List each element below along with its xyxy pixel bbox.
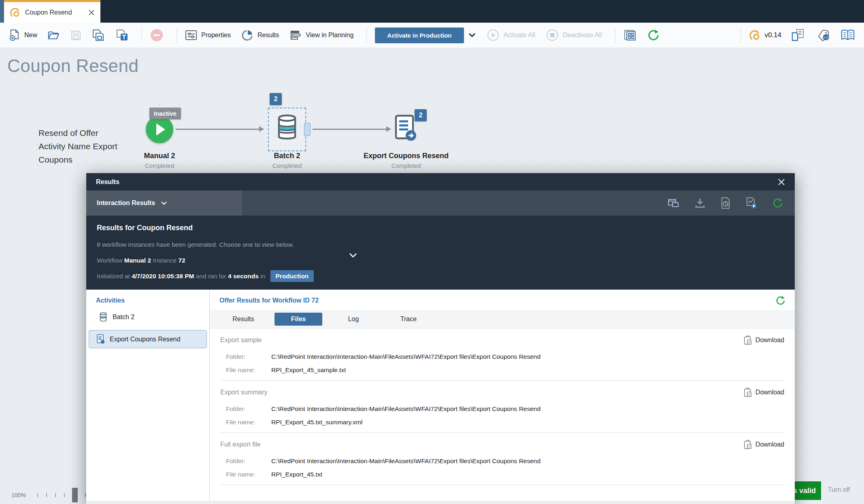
turn-off-link[interactable]: Turn off bbox=[828, 486, 850, 493]
node-label-export-coupons-resend: Export Coupons Resend Completed bbox=[353, 152, 459, 169]
activate-options-chevron[interactable] bbox=[468, 32, 476, 38]
folder-label: Folder: bbox=[226, 457, 271, 465]
activate-in-production-button[interactable]: Activate in Production bbox=[375, 28, 464, 43]
connector-arrow bbox=[313, 129, 390, 130]
activity-item-export-coupons-resend[interactable]: Export Coupons Resend bbox=[89, 330, 207, 348]
tab-log[interactable]: Log bbox=[330, 313, 377, 326]
window-grid-icon bbox=[624, 29, 636, 41]
workflow-annotation: Resend of Offer Activity Name Export Cou… bbox=[38, 126, 117, 166]
app-logo-icon bbox=[10, 7, 20, 18]
activities-panel: Activities Batch 2 Export Coupons Resend bbox=[86, 290, 210, 504]
results-type-bar: Interaction Results bbox=[86, 191, 795, 216]
in-label: in bbox=[260, 273, 265, 280]
initialized-line: Initialized at 4/7/2020 10:05:38 PM and … bbox=[97, 273, 784, 280]
node-output-port[interactable] bbox=[304, 123, 311, 136]
documentation-button[interactable] bbox=[841, 29, 855, 41]
results-tabs: Results Files Log Trace bbox=[210, 310, 795, 328]
tab-title: Coupon Resend bbox=[25, 9, 83, 16]
svg-text:</>: </> bbox=[824, 36, 828, 39]
node-batch-2[interactable] bbox=[268, 108, 306, 151]
results-label: Results bbox=[257, 32, 279, 39]
ran-value: 4 seconds bbox=[228, 273, 259, 280]
node-name: Export Coupons Resend bbox=[353, 152, 459, 160]
annotation-line: Resend of Offer bbox=[38, 126, 117, 140]
book-icon bbox=[841, 29, 855, 41]
download-button[interactable]: Download bbox=[744, 388, 784, 397]
file-section-full-export: Full export file Download Folder:C:\RedP… bbox=[220, 433, 784, 485]
version-label: v0.14 bbox=[764, 31, 781, 39]
view-in-planning-label: View in Planning bbox=[306, 32, 353, 39]
remove-button bbox=[150, 28, 164, 42]
export-report-icon[interactable] bbox=[745, 197, 758, 209]
file-manager-button[interactable] bbox=[791, 29, 806, 42]
ran-label: and ran for bbox=[196, 273, 226, 280]
save-as-template-button[interactable] bbox=[115, 29, 128, 41]
report-document-icon[interactable] bbox=[720, 197, 731, 209]
results-summary-panel: Results for Coupon Resend 8 workflow ins… bbox=[86, 216, 795, 290]
folder-document-icon bbox=[791, 29, 806, 42]
zoom-slider-handle[interactable] bbox=[72, 488, 78, 502]
save-all-button[interactable] bbox=[92, 29, 105, 41]
download-button[interactable]: Download bbox=[744, 440, 784, 449]
folder-value: C:\RedPoint Interaction\Interaction-Main… bbox=[271, 405, 541, 413]
folder-value: C:\RedPoint Interaction\Interaction-Main… bbox=[271, 353, 541, 360]
tab-coupon-resend[interactable]: Coupon Resend bbox=[4, 0, 100, 23]
tab-results[interactable]: Results bbox=[219, 313, 267, 326]
refresh-button[interactable] bbox=[647, 29, 660, 42]
toolbar-separator bbox=[177, 28, 177, 43]
tab-trace[interactable]: Trace bbox=[385, 313, 432, 326]
results-subtitle: 8 workflow instances have been generated… bbox=[97, 241, 784, 248]
copy-window-icon[interactable] bbox=[668, 198, 680, 208]
download-button[interactable]: Download bbox=[744, 335, 784, 345]
tab-close-icon[interactable] bbox=[88, 9, 95, 16]
initialized-label: Initialized at bbox=[97, 273, 130, 280]
dialog-title: Results bbox=[96, 178, 778, 186]
node-name: Manual 2 bbox=[107, 152, 212, 160]
activate-all-label: Activate All bbox=[504, 32, 535, 39]
download-file-icon bbox=[744, 388, 752, 397]
tab-files[interactable]: Files bbox=[275, 313, 322, 326]
dialog-toolbar-icons bbox=[668, 197, 795, 209]
node-export-coupons-resend[interactable] bbox=[394, 114, 417, 144]
refresh-icon[interactable] bbox=[772, 197, 783, 209]
play-circle-icon bbox=[487, 29, 500, 42]
instance-count-badge: 2 bbox=[270, 93, 282, 105]
download-results-icon[interactable] bbox=[694, 197, 706, 209]
tags-button[interactable]: </> bbox=[816, 29, 830, 42]
workflow-value: Manual 2 bbox=[124, 257, 151, 264]
stop-circle-icon bbox=[546, 29, 559, 42]
download-label: Download bbox=[755, 389, 784, 396]
properties-button[interactable]: Properties bbox=[185, 30, 231, 40]
open-button[interactable] bbox=[48, 30, 60, 40]
properties-icon bbox=[185, 30, 197, 40]
results-button[interactable]: Results bbox=[241, 29, 279, 41]
new-button[interactable]: New bbox=[9, 29, 37, 41]
results-type-dropdown[interactable]: Interaction Results bbox=[86, 191, 242, 216]
file-name-label: File name: bbox=[226, 419, 271, 426]
download-label: Download bbox=[755, 441, 784, 448]
activity-item-batch-2[interactable]: Batch 2 bbox=[89, 308, 207, 326]
instance-value: 72 bbox=[178, 257, 185, 264]
tag-code-icon: </> bbox=[816, 29, 830, 42]
deactivate-all-button: Deactivate All bbox=[546, 29, 602, 42]
file-name-label: File name: bbox=[226, 471, 271, 478]
page-title: Coupon Resend bbox=[7, 56, 139, 76]
export-file-icon bbox=[96, 334, 105, 344]
initialized-value: 4/7/2020 10:05:38 PM bbox=[132, 273, 194, 280]
app-window: Coupon Resend New Properties bbox=[0, 0, 864, 504]
open-folder-icon bbox=[48, 30, 60, 40]
node-manual-2[interactable] bbox=[146, 116, 173, 143]
play-icon bbox=[156, 123, 165, 136]
node-label-manual-2: Manual 2 Completed bbox=[107, 152, 212, 169]
new-document-icon bbox=[9, 29, 20, 41]
window-layout-button[interactable] bbox=[624, 29, 636, 41]
dialog-body: Activities Batch 2 Export Coupons Resend… bbox=[86, 290, 795, 504]
results-heading: Results for Coupon Resend bbox=[97, 224, 784, 232]
view-in-planning-button[interactable]: View in Planning bbox=[289, 30, 353, 41]
zoom-level-label: 100% bbox=[11, 492, 26, 498]
dialog-close-icon[interactable] bbox=[778, 178, 785, 186]
instance-expand-chevron[interactable] bbox=[349, 253, 358, 258]
offer-results-panel: Offer Results for Workflow ID 72 Results… bbox=[210, 290, 795, 504]
activity-label: Batch 2 bbox=[113, 313, 134, 321]
refresh-icon[interactable] bbox=[775, 295, 786, 306]
